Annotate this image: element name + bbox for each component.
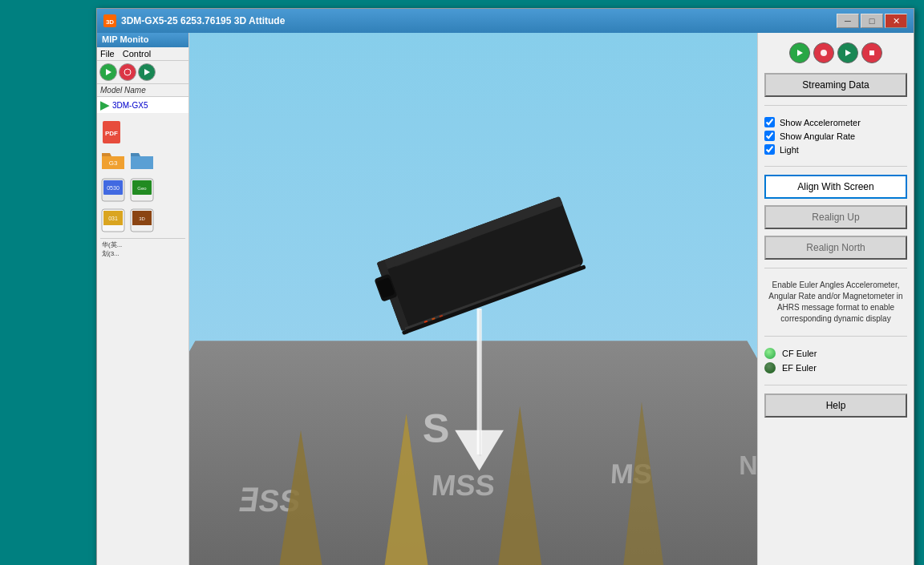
record-button[interactable] xyxy=(138,63,156,81)
left-bottom-text: 华(英... 划(3... xyxy=(100,238,185,258)
ef-euler-dot xyxy=(764,362,776,373)
app-window: 3D 3DM-GX5-25 6253.76195 3D Attitude ─ □… xyxy=(96,8,914,565)
folder-icon-2[interactable] xyxy=(129,150,155,172)
svg-marker-2 xyxy=(106,69,111,75)
svg-point-48 xyxy=(821,50,827,56)
window-controls: ─ □ ✕ xyxy=(837,14,907,28)
right-panel: Streaming Data Show Accelerometer Show A… xyxy=(757,33,914,565)
left-content: PDF G3 xyxy=(97,113,188,565)
model-label: Model Name xyxy=(97,84,188,97)
right-rec-btn[interactable] xyxy=(837,42,858,63)
divider-4 xyxy=(764,336,907,337)
info-text: Enable Euler Angles Accelerometer, Angul… xyxy=(764,276,907,328)
cf-euler-item: CF Euler xyxy=(764,348,907,359)
svg-text:S: S xyxy=(423,406,450,451)
svg-point-3 xyxy=(124,69,131,75)
svg-text:Geo: Geo xyxy=(137,186,147,191)
model-entry: ▶ 3DM-GX5 xyxy=(97,97,188,113)
ef-euler-label: EF Euler xyxy=(782,363,817,373)
folder-icon-1[interactable]: G3 xyxy=(100,150,126,172)
close-button[interactable]: ✕ xyxy=(885,14,907,28)
accelerometer-input[interactable] xyxy=(764,117,775,127)
ef-euler-item: EF Euler xyxy=(764,362,907,373)
app-icon-1[interactable]: 0530 xyxy=(100,177,126,203)
svg-text:3D: 3D xyxy=(139,216,145,221)
right-stop-btn[interactable] xyxy=(813,42,834,63)
svg-text:031: 031 xyxy=(108,216,118,221)
svg-text:NSM: NSM xyxy=(739,451,757,480)
svg-text:0530: 0530 xyxy=(107,185,120,191)
window-title: 3DM-GX5-25 6253.76195 3D Attitude xyxy=(121,15,832,26)
cf-euler-dot xyxy=(764,348,776,359)
stop-button[interactable] xyxy=(119,63,136,81)
left-app-title: MIP Monito xyxy=(97,33,188,47)
pdf-icon[interactable]: PDF xyxy=(100,119,123,145)
show-angular-rate-checkbox[interactable]: Show Angular Rate xyxy=(764,131,907,141)
svg-text:3D: 3D xyxy=(106,18,114,26)
play-button[interactable] xyxy=(99,63,117,81)
divider-1 xyxy=(764,105,907,106)
euler-group: CF Euler EF Euler xyxy=(764,345,907,377)
title-bar: 3D 3DM-GX5-25 6253.76195 3D Attitude ─ □… xyxy=(97,9,914,33)
left-panel: MIP Monito File Control xyxy=(97,33,189,565)
show-light-checkbox[interactable]: Light xyxy=(764,144,907,155)
file-menu[interactable]: File xyxy=(100,49,115,59)
3d-scene: ƎSS MSS MS NSM xyxy=(189,33,757,565)
svg-marker-4 xyxy=(144,69,150,75)
light-input[interactable] xyxy=(764,144,775,155)
svg-marker-49 xyxy=(845,50,851,56)
app-icon-4[interactable]: 3D xyxy=(129,208,155,233)
angular-rate-input[interactable] xyxy=(764,131,775,141)
model-arrow: ▶ xyxy=(100,99,109,111)
help-button[interactable]: Help xyxy=(764,393,907,418)
left-menu: File Control xyxy=(97,47,188,61)
svg-text:MSS: MSS xyxy=(430,469,496,502)
streaming-data-button[interactable]: Streaming Data xyxy=(764,73,907,97)
svg-rect-50 xyxy=(869,50,874,55)
minimize-button[interactable]: ─ xyxy=(837,14,859,28)
3d-viewport[interactable]: ƎSS MSS MS NSM xyxy=(189,33,757,565)
right-end-btn[interactable] xyxy=(861,42,882,63)
desktop: 3D 3DM-GX5-25 6253.76195 3D Attitude ─ □… xyxy=(0,0,924,565)
checkbox-group: Show Accelerometer Show Angular Rate Lig… xyxy=(764,114,907,158)
app-icon-3[interactable]: 031 xyxy=(100,208,126,233)
app-icon-2[interactable]: Geo xyxy=(129,177,155,203)
show-accelerometer-checkbox[interactable]: Show Accelerometer xyxy=(764,117,907,127)
svg-text:PDF: PDF xyxy=(105,130,118,137)
svg-marker-47 xyxy=(797,50,803,56)
divider-2 xyxy=(764,166,907,167)
app-icon: 3D xyxy=(103,14,116,27)
align-with-screen-button[interactable]: Align With Screen xyxy=(764,175,907,199)
divider-3 xyxy=(764,268,907,268)
maximize-button[interactable]: □ xyxy=(861,14,883,28)
model-text: 3DM-GX5 xyxy=(112,101,148,110)
svg-text:G3: G3 xyxy=(109,159,118,167)
realign-north-button[interactable]: Realign North xyxy=(764,236,907,260)
cf-euler-label: CF Euler xyxy=(782,349,817,358)
divider-5 xyxy=(764,385,907,385)
control-menu[interactable]: Control xyxy=(123,49,151,59)
realign-up-button[interactable]: Realign Up xyxy=(764,205,907,229)
app-body: MIP Monito File Control xyxy=(97,33,914,565)
right-play-btn[interactable] xyxy=(789,42,810,63)
right-toolbar xyxy=(764,39,907,67)
left-toolbar xyxy=(97,61,188,84)
